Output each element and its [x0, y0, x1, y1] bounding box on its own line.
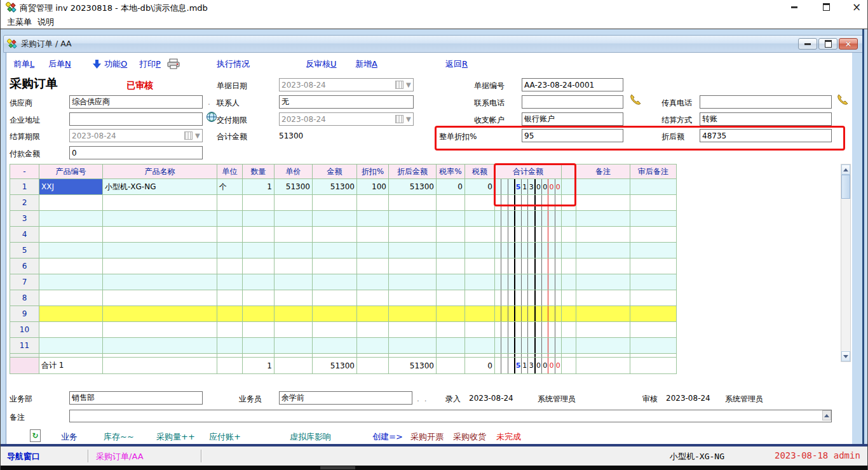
table-cell-remark[interactable] [576, 195, 630, 211]
table-cell-disc_amount[interactable] [389, 258, 437, 274]
table-cell-name[interactable]: 小型机-XG-NG [103, 179, 217, 195]
table-cell-disc_amount[interactable] [389, 306, 437, 322]
table-cell-audit_remark[interactable] [630, 322, 677, 338]
table-cell-name[interactable] [103, 227, 217, 243]
table-cell-remark[interactable] [576, 322, 630, 338]
table-cell-remark[interactable] [576, 211, 630, 227]
table-cell-audit_remark[interactable] [630, 227, 677, 243]
table-cell-price[interactable] [275, 322, 313, 338]
table-cell-tax_rate[interactable] [437, 306, 465, 322]
table-cell-remark[interactable] [576, 179, 630, 195]
table-cell-num[interactable]: 2 [10, 195, 39, 211]
toolbar-return[interactable]: 返回R [445, 58, 468, 70]
table-cell-code[interactable]: XXJ [39, 179, 103, 195]
table-cell-digits[interactable] [495, 258, 562, 274]
table-cell-price[interactable] [275, 338, 313, 354]
table-cell-disc_amount[interactable] [389, 243, 437, 258]
table-cell-price[interactable] [275, 290, 313, 306]
table-cell-code[interactable] [39, 306, 103, 322]
settle-date-field[interactable]: 2023-08-24 ▼ [69, 129, 203, 142]
table-cell-code[interactable] [39, 322, 103, 338]
table-cell-audit_remark[interactable] [630, 179, 677, 195]
table-cell-remark[interactable] [576, 274, 630, 290]
refresh-doc-icon[interactable]: ↻ [30, 429, 41, 442]
table-cell-tax[interactable]: 0 [465, 179, 495, 195]
table-cell-num[interactable]: 6 [10, 258, 39, 274]
table-cell-name[interactable] [103, 322, 217, 338]
table-cell-qty[interactable]: 1 [243, 179, 275, 195]
bottom-link-create[interactable]: 创建=> [372, 431, 403, 443]
table-cell-tax_rate[interactable] [437, 338, 465, 354]
table-cell-digits[interactable] [495, 322, 562, 338]
toolbar-print[interactable]: 打印P [139, 58, 161, 70]
toolbar-next-bill[interactable]: 后单N [48, 58, 71, 70]
table-cell-num[interactable]: 4 [10, 227, 39, 243]
table-cell-num[interactable]: 7 [10, 274, 39, 290]
table-cell-digits[interactable] [495, 274, 562, 290]
table-cell-discount[interactable] [357, 306, 389, 322]
table-cell-digits[interactable] [495, 195, 562, 211]
dropdown-arrow-icon[interactable]: ▼ [406, 81, 411, 88]
dropdown-arrow-icon[interactable]: ▼ [406, 116, 411, 123]
table-cell-discount[interactable] [357, 274, 389, 290]
table-cell-price[interactable] [275, 211, 313, 227]
table-cell-name[interactable] [103, 243, 217, 258]
table-cell-disc_amount[interactable] [389, 195, 437, 211]
table-cell-price[interactable] [275, 227, 313, 243]
table-cell-remark[interactable] [576, 306, 630, 322]
table-cell-code[interactable] [39, 274, 103, 290]
table-cell-num[interactable]: 9 [10, 306, 39, 322]
table-cell-digits[interactable] [495, 211, 562, 227]
table-cell-audit_remark[interactable] [630, 290, 677, 306]
table-cell-amount[interactable] [313, 258, 357, 274]
bottom-link-purchase-receipt[interactable]: 采购收货 [453, 431, 486, 443]
table-cell-code[interactable] [39, 211, 103, 227]
table-cell-name[interactable] [103, 338, 217, 354]
table-cell-code[interactable] [39, 195, 103, 211]
table-cell-qty[interactable] [243, 195, 275, 211]
phone-icon[interactable] [628, 93, 642, 107]
table-cell-disc_amount[interactable] [389, 322, 437, 338]
table-cell-name[interactable] [103, 258, 217, 274]
table-cell-unit[interactable] [217, 338, 243, 354]
table-cell-digits[interactable] [495, 338, 562, 354]
table-cell-tax_rate[interactable] [437, 322, 465, 338]
table-cell-discount[interactable] [357, 211, 389, 227]
table-cell-amount[interactable] [313, 306, 357, 322]
bottom-link-business[interactable]: 业务 [61, 431, 78, 443]
table-cell-qty[interactable] [243, 338, 275, 354]
table-cell-tax_rate[interactable] [437, 227, 465, 243]
table-cell-remark[interactable] [576, 338, 630, 354]
table-cell-disc_amount[interactable]: 51300 [389, 179, 437, 195]
table-cell-digits[interactable]: 5130000 [495, 179, 562, 195]
phone-icon[interactable] [836, 93, 850, 107]
statusbar-active-tab[interactable]: 采购订单/AA [96, 451, 144, 462]
toolbar-execution-status[interactable]: 执行情况 [217, 58, 250, 70]
toolbar-prev-bill[interactable]: 前单L [13, 58, 34, 70]
bottom-link-purchase-invoice[interactable]: 采购开票 [410, 431, 444, 443]
table-cell-tax_rate[interactable]: 0 [437, 179, 465, 195]
table-cell-unit[interactable] [217, 322, 243, 338]
doc-minimize-button[interactable] [798, 38, 817, 50]
table-cell-price[interactable] [275, 258, 313, 274]
doc-close-button[interactable]: ✕ [839, 38, 858, 50]
address-field[interactable] [69, 112, 203, 126]
table-cell-amount[interactable] [313, 211, 357, 227]
table-cell-tax[interactable] [465, 195, 495, 211]
contact-field[interactable] [279, 95, 414, 109]
table-cell-name[interactable] [103, 211, 217, 227]
globe-icon[interactable] [206, 111, 217, 123]
toolbar-unaudit[interactable]: 反审核U [306, 58, 337, 70]
toolbar-functions[interactable]: 功能O [104, 58, 127, 70]
table-cell-tax_rate[interactable] [437, 195, 465, 211]
table-cell-code[interactable] [39, 338, 103, 354]
table-cell-num[interactable]: 5 [10, 243, 39, 258]
doc-restore-button[interactable] [818, 38, 837, 50]
table-cell-amount[interactable] [313, 274, 357, 290]
table-cell-num[interactable]: 3 [10, 211, 39, 227]
scroll-up-button[interactable] [841, 164, 850, 175]
window-close-button[interactable]: × [846, 1, 867, 13]
table-cell-price[interactable] [275, 195, 313, 211]
table-cell-audit_remark[interactable] [630, 274, 677, 290]
table-cell-amount[interactable] [313, 195, 357, 211]
